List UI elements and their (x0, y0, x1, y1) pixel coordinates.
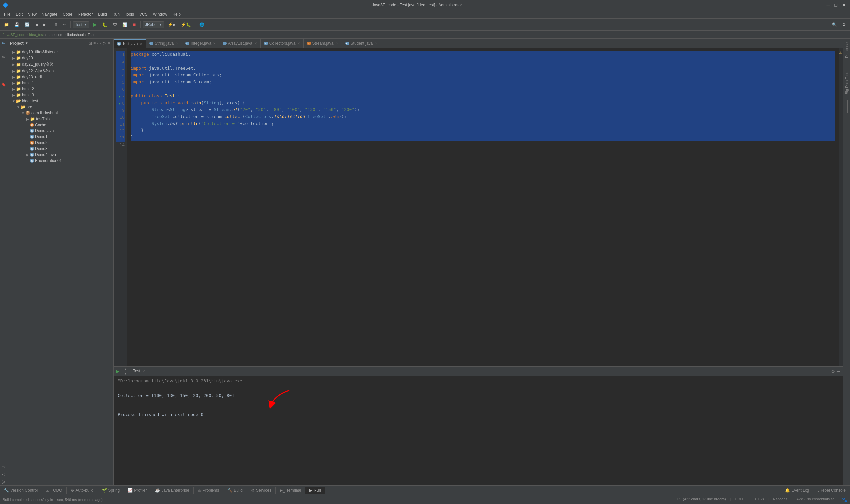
run-with-coverage-btn[interactable]: 🛡 (111, 20, 119, 29)
tree-item-demo4[interactable]: ▶ C Demo4.java (7, 152, 113, 158)
menu-item-tools[interactable]: Tools (122, 11, 137, 18)
menu-item-navigate[interactable]: Navigate (39, 11, 60, 18)
tree-item-enum[interactable]: ▶ C Enumeration01 (7, 158, 113, 164)
collapse-btn[interactable]: ≡ (93, 41, 96, 46)
tab-close-arraylist[interactable]: ✕ (254, 42, 257, 46)
tree-item-demo2[interactable]: ▶ C Demo2 (7, 140, 113, 146)
btm-tool-build[interactable]: 🔨 Build (223, 487, 247, 494)
menu-item-help[interactable]: Help (170, 11, 183, 18)
breadcrumb-ideatest[interactable]: idea_test (29, 33, 44, 37)
close-panel-btn[interactable]: ✕ (107, 41, 111, 46)
stop-btn[interactable]: ⏹ (130, 20, 139, 29)
menu-item-build[interactable]: Build (95, 11, 110, 18)
btm-tool-jrebelconsole[interactable]: JRebel Console (813, 487, 850, 494)
web-sidebar-icon[interactable]: W (0, 479, 7, 485)
settings-gear[interactable]: ⚙ (102, 41, 106, 46)
menu-item-window[interactable]: Window (150, 11, 170, 18)
search-everywhere-btn[interactable]: 🔍 (830, 20, 839, 29)
run-button[interactable]: ▶ (91, 20, 98, 29)
code-area[interactable]: package com.liudashuai; import java.util… (127, 49, 839, 366)
btm-tool-eventlog[interactable]: 🔔 Event Log (781, 487, 813, 494)
btm-tool-vcs[interactable]: 🔧 Version Control (0, 487, 42, 494)
btm-tool-autobild[interactable]: ⚙ Auto-build (67, 487, 98, 494)
tab-stream-java[interactable]: C Stream.java ✕ (304, 39, 342, 48)
menu-item-file[interactable]: File (1, 11, 13, 18)
tree-item-day20[interactable]: ▶ 📁 day20 (7, 55, 113, 61)
statusbar-indent[interactable]: 4 spaces (773, 497, 787, 502)
toolbar-save-btn[interactable]: 💾 (12, 20, 21, 29)
tree-item-day21[interactable]: ▶ 📁 day21_jquery高级 (7, 61, 113, 68)
btm-tool-problems[interactable]: ⚠ Problems (194, 487, 224, 494)
console-run-btn[interactable]: ▶ (113, 368, 122, 374)
btm-tool-services[interactable]: ⚙ Services (247, 487, 276, 494)
debug-button[interactable]: 🐛 (100, 20, 110, 29)
breadcrumb-test[interactable]: Test (88, 33, 94, 37)
breadcrumb-com[interactable]: com (56, 33, 64, 37)
menu-item-vcs[interactable]: VCS (137, 11, 150, 18)
toolbar-back-btn[interactable]: ◀ (33, 20, 40, 29)
minimize-panel-btn[interactable]: ─ (837, 368, 840, 374)
tab-close-string[interactable]: ✕ (176, 42, 178, 46)
translate-btn[interactable]: 🌐 (197, 20, 206, 29)
maximize-button[interactable]: □ (833, 2, 839, 7)
tab-test-java[interactable]: C Test.java ✕ (113, 39, 146, 48)
database-tab[interactable]: Database (844, 40, 850, 61)
tree-item-html3[interactable]: ▶ 📁 html_3 (7, 92, 113, 98)
menu-item-run[interactable]: Run (110, 11, 122, 18)
tab-close-integer[interactable]: ✕ (213, 42, 216, 46)
toolbar-refactor-btn[interactable]: ✏ (61, 20, 68, 29)
jrebel-selector[interactable]: JRebel ▼ (143, 21, 164, 28)
tree-item-day19[interactable]: ▶ 📁 day19_filter&listener (7, 49, 113, 55)
tab-string-java[interactable]: C String.java ✕ (146, 39, 182, 48)
toolbar-forward-btn[interactable]: ▶ (41, 20, 48, 29)
btm-tool-profiler[interactable]: 📈 Profiler (124, 487, 151, 494)
bookmark-icon[interactable]: 🔖 (0, 81, 7, 88)
minimize-button[interactable]: ─ (826, 2, 831, 7)
settings-gear-btn[interactable]: ⚙ (831, 368, 835, 374)
tree-item-ideatest[interactable]: ▼ 📂 idea_test (7, 98, 113, 104)
btm-tool-spring[interactable]: 🌱 Spring (98, 487, 124, 494)
scope-btn[interactable]: ⊡ (89, 41, 92, 46)
statusbar-encoding[interactable]: UTF-8 (753, 497, 764, 502)
menu-item-code[interactable]: Code (60, 11, 75, 18)
tab-collectors-java[interactable]: C Collectors.java ✕ (261, 39, 304, 48)
tab-arraylist-java[interactable]: C ArrayList.java ✕ (219, 39, 261, 48)
profile-btn[interactable]: 📊 (120, 20, 129, 29)
dots-btn[interactable]: ⋯ (97, 41, 101, 46)
tree-item-src[interactable]: ▼ 📂 src (7, 104, 113, 110)
settings-btn[interactable]: ⚙ (840, 20, 848, 29)
console-tab-close[interactable]: ✕ (143, 369, 146, 373)
toolbar-move-btn[interactable]: ⬆ (52, 20, 60, 29)
run-config-selector[interactable]: Test ▼ (73, 21, 89, 28)
btm-tool-terminal[interactable]: ▶_ Terminal (276, 487, 306, 494)
tab-student-java[interactable]: C Student.java ✕ (342, 39, 381, 48)
project-dropdown-arrow[interactable]: ▼ (25, 41, 28, 45)
structure-icon[interactable]: S (0, 54, 7, 60)
toolbar-open-btn[interactable]: 📁 (2, 20, 11, 29)
tree-item-day23[interactable]: ▶ 📁 day23_redis (7, 74, 113, 80)
breadcrumb-javase[interactable]: JavaSE_code (3, 33, 25, 37)
tree-item-day22[interactable]: ▶ 📁 day22_Ajax&Json (7, 68, 113, 74)
menu-item-edit[interactable]: Edit (13, 11, 25, 18)
toolbar-refresh-btn[interactable]: 🔄 (22, 20, 32, 29)
btm-tool-todo[interactable]: ☑ TODO (42, 487, 67, 494)
jrebel-debug-btn[interactable]: ⚡🐛 (179, 20, 193, 29)
tree-item-com[interactable]: ▼ 📦 com.liudashuai (7, 110, 113, 116)
btm-tool-run[interactable]: ▶ Run (306, 487, 325, 494)
tree-item-demo3[interactable]: ▶ C Demo3 (7, 146, 113, 152)
aws-sidebar-icon[interactable]: A (0, 471, 7, 478)
breadcrumb-liudashuai[interactable]: liudashuai (67, 33, 84, 37)
tree-item-testthis[interactable]: ▶ 📁 testThis (7, 116, 113, 122)
tree-item-cache[interactable]: ▶ C Cache (7, 122, 113, 128)
jrebel-run-btn[interactable]: ⚡▶ (166, 20, 178, 29)
tab-close-stream[interactable]: ✕ (336, 42, 338, 46)
statusbar-crlf[interactable]: CRLF (735, 497, 745, 502)
tab-close-collectors[interactable]: ✕ (297, 42, 300, 46)
menu-item-view[interactable]: View (25, 11, 39, 18)
tree-item-html1[interactable]: ▶ 📁 html_1 (7, 80, 113, 86)
btm-tool-javaent[interactable]: ☕ Java Enterprise (151, 487, 193, 494)
gutter-run-btn-7[interactable]: ▶ (119, 94, 121, 99)
tab-overflow-btn[interactable]: ⋮ (833, 41, 843, 48)
menu-item-refactor[interactable]: Refactor (75, 11, 95, 18)
bigdata-tab[interactable]: Big Data Tools (844, 68, 850, 97)
